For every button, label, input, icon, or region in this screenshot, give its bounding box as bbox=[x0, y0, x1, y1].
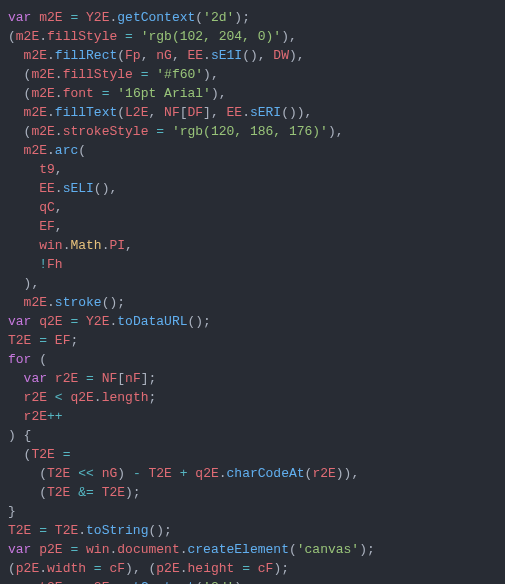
code-line[interactable]: var q2E = Y2E.toDataURL(); bbox=[0, 312, 505, 331]
code-line[interactable]: m2E.stroke(); bbox=[0, 293, 505, 312]
token-pln bbox=[234, 561, 242, 576]
token-str: '2d' bbox=[203, 10, 234, 25]
token-pun: ), bbox=[211, 86, 227, 101]
token-op: = bbox=[125, 29, 133, 44]
code-line[interactable]: } bbox=[0, 502, 505, 521]
token-pun: . bbox=[47, 105, 55, 120]
token-pun: } bbox=[8, 504, 16, 519]
token-var: Y2E bbox=[86, 314, 109, 329]
token-pun: ), bbox=[328, 124, 344, 139]
token-pln bbox=[8, 276, 24, 291]
code-line[interactable]: (m2E.font = '16pt Arial'), bbox=[0, 84, 505, 103]
token-var: L2E bbox=[125, 105, 148, 120]
token-pln: ( bbox=[8, 124, 31, 139]
token-var: m2E bbox=[24, 295, 47, 310]
token-pln bbox=[8, 257, 39, 272]
token-var: m2E bbox=[24, 48, 47, 63]
token-var: Y2E bbox=[86, 10, 109, 25]
token-pun: . bbox=[242, 105, 250, 120]
token-pln bbox=[94, 466, 102, 481]
token-pun: ), bbox=[289, 48, 305, 63]
token-pln bbox=[78, 10, 86, 25]
code-line[interactable]: for ( bbox=[0, 350, 505, 369]
token-pln bbox=[78, 314, 86, 329]
token-var: EF bbox=[55, 333, 71, 348]
code-line[interactable]: r2E++ bbox=[0, 407, 505, 426]
token-pun: . bbox=[47, 143, 55, 158]
token-kw: var bbox=[8, 542, 31, 557]
code-line[interactable]: t9, bbox=[0, 160, 505, 179]
token-var: r2E bbox=[24, 409, 47, 424]
code-line[interactable]: !Fh bbox=[0, 255, 505, 274]
token-pln bbox=[47, 390, 55, 405]
token-pun: )), bbox=[336, 466, 359, 481]
code-line[interactable]: (T2E = bbox=[0, 445, 505, 464]
token-func: toDataURL bbox=[117, 314, 187, 329]
code-line[interactable]: qC, bbox=[0, 198, 505, 217]
token-pun: ); bbox=[234, 580, 250, 584]
token-var: T2E bbox=[47, 485, 70, 500]
code-line[interactable]: T2E = EF; bbox=[0, 331, 505, 350]
token-var: q2E bbox=[70, 390, 93, 405]
code-line[interactable]: T2E = T2E.toString(); bbox=[0, 521, 505, 540]
token-var: p2E bbox=[86, 580, 109, 584]
token-prop: height bbox=[188, 561, 235, 576]
code-line[interactable]: ) { bbox=[0, 426, 505, 445]
token-op: < bbox=[55, 390, 63, 405]
token-prop: fillStyle bbox=[47, 29, 117, 44]
code-line[interactable]: var r2E = NF[nF]; bbox=[0, 369, 505, 388]
code-line[interactable]: win.Math.PI, bbox=[0, 236, 505, 255]
code-line[interactable]: r2E < q2E.length; bbox=[0, 388, 505, 407]
token-pun: . bbox=[94, 390, 102, 405]
token-pln bbox=[94, 371, 102, 386]
code-line[interactable]: EE.sELI(), bbox=[0, 179, 505, 198]
token-pun: ), bbox=[24, 276, 40, 291]
token-pun: ( bbox=[195, 580, 203, 584]
token-prop: length bbox=[102, 390, 149, 405]
token-func: charCodeAt bbox=[227, 466, 305, 481]
token-var: m2E bbox=[31, 67, 54, 82]
token-pun: ]; bbox=[141, 371, 157, 386]
token-func: toString bbox=[86, 523, 148, 538]
code-line[interactable]: m2E.fillRect(Fp, nG, EE.sE1I(), DW), bbox=[0, 46, 505, 65]
token-op: = bbox=[86, 371, 94, 386]
code-line[interactable]: (T2E << nG) - T2E + q2E.charCodeAt(r2E))… bbox=[0, 464, 505, 483]
code-line[interactable]: EF, bbox=[0, 217, 505, 236]
code-line[interactable]: var p2E = win.document.createElement('ca… bbox=[0, 540, 505, 559]
code-line[interactable]: (m2E.strokeStyle = 'rgb(120, 186, 176)')… bbox=[0, 122, 505, 141]
token-pln bbox=[8, 219, 39, 234]
token-pln bbox=[47, 333, 55, 348]
token-pun: . bbox=[78, 523, 86, 538]
code-line[interactable]: (m2E.fillStyle = 'rgb(102, 204, 0)'), bbox=[0, 27, 505, 46]
token-pln bbox=[8, 162, 39, 177]
code-line[interactable]: (p2E.width = cF), (p2E.height = cF); bbox=[0, 559, 505, 578]
token-pun: (), bbox=[94, 181, 117, 196]
token-var: win bbox=[39, 238, 62, 253]
token-kw: var bbox=[8, 314, 31, 329]
token-pln: ( bbox=[8, 485, 47, 500]
token-pun: . bbox=[47, 48, 55, 63]
code-line[interactable]: (T2E &= T2E); bbox=[0, 483, 505, 502]
code-line[interactable]: var t2E = p2E.getContext('2d'); bbox=[0, 578, 505, 584]
token-var: m2E bbox=[31, 124, 54, 139]
code-line[interactable]: var m2E = Y2E.getContext('2d'); bbox=[0, 8, 505, 27]
token-var: cF bbox=[258, 561, 274, 576]
token-pun: ( bbox=[8, 561, 16, 576]
token-var: m2E bbox=[16, 29, 39, 44]
token-var: EE bbox=[39, 181, 55, 196]
token-op: << bbox=[78, 466, 94, 481]
code-line[interactable]: m2E.arc( bbox=[0, 141, 505, 160]
code-editor[interactable]: var m2E = Y2E.getContext('2d');(m2E.fill… bbox=[0, 8, 505, 584]
code-line[interactable]: ), bbox=[0, 274, 505, 293]
token-pun: , bbox=[55, 219, 63, 234]
token-op: = bbox=[94, 561, 102, 576]
token-pln bbox=[8, 181, 39, 196]
token-var: q2E bbox=[195, 466, 218, 481]
code-line[interactable]: (m2E.fillStyle = '#f60'), bbox=[0, 65, 505, 84]
token-pun: ); bbox=[359, 542, 375, 557]
token-op: ! bbox=[39, 257, 47, 272]
token-op: ++ bbox=[47, 409, 63, 424]
token-pln bbox=[78, 542, 86, 557]
code-line[interactable]: m2E.fillText(L2E, NF[DF], EE.sERI()), bbox=[0, 103, 505, 122]
token-pln bbox=[250, 561, 258, 576]
